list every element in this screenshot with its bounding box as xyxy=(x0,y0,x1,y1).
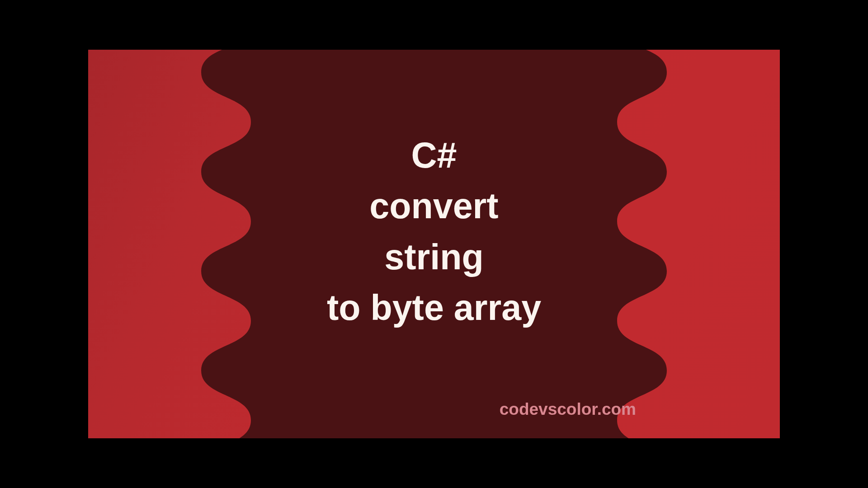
title-line-3: string xyxy=(327,232,541,282)
title-line-1: C# xyxy=(327,130,541,181)
watermark-text: codevscolor.com xyxy=(500,400,636,419)
title-line-2: convert xyxy=(327,181,541,231)
title-line-4: to byte array xyxy=(327,282,541,333)
banner-title: C# convert string to byte array xyxy=(327,130,541,333)
content-wrapper: C# convert string to byte array codevsco… xyxy=(88,50,780,438)
banner-card: C# convert string to byte array codevsco… xyxy=(88,50,780,438)
